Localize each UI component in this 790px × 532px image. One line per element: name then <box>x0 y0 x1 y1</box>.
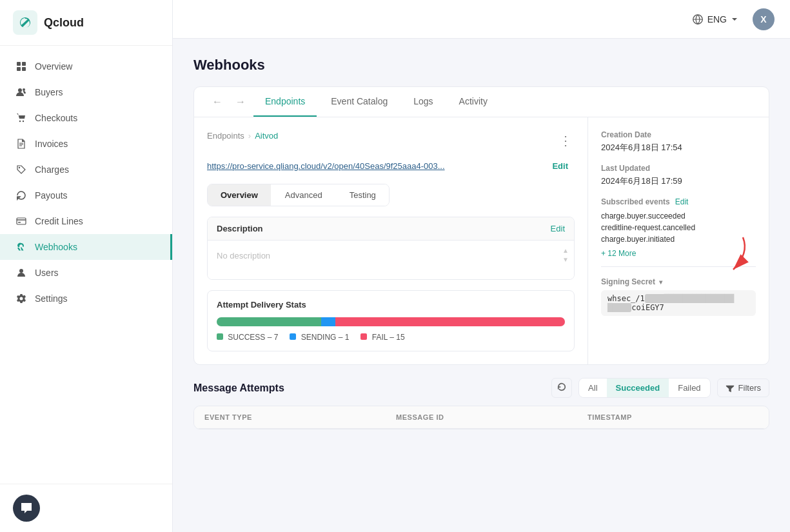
table-header: EVENT TYPE MESSAGE ID TIMESTAMP <box>194 406 769 429</box>
scroll-up-arrow: ▲ <box>562 247 569 254</box>
svg-rect-3 <box>22 67 26 71</box>
signing-secret-dropdown-icon[interactable]: ▾ <box>659 279 662 286</box>
description-section: Description Edit No description ▲ ▼ <box>207 217 575 280</box>
logo-icon <box>13 10 37 35</box>
progress-success <box>217 317 321 326</box>
advanced-filters-button[interactable]: Filters <box>717 379 769 397</box>
filter-succeeded-button[interactable]: Succeeded <box>607 379 669 397</box>
description-title: Description <box>217 224 263 233</box>
sidebar-item-buyers-label: Buyers <box>35 87 63 97</box>
scroll-indicator: ▲ ▼ <box>562 247 569 263</box>
tab-back-button[interactable]: ← <box>207 94 228 110</box>
app-logo: Qcloud <box>0 0 172 46</box>
creation-date-value: 2024年6月18日 17:54 <box>601 142 756 153</box>
sidebar-item-buyers[interactable]: Buyers <box>0 79 172 105</box>
language-selector[interactable]: ENG <box>686 10 745 29</box>
signing-secret-header: Signing Secret ▾ <box>601 277 756 286</box>
sidebar-item-settings[interactable]: Settings <box>0 286 172 311</box>
tab-forward-button[interactable]: → <box>230 94 251 110</box>
more-events-link[interactable]: + 12 More <box>601 249 636 258</box>
signing-secret-label: Signing Secret <box>601 277 655 286</box>
sidebar-item-invoices[interactable]: Invoices <box>0 131 172 157</box>
creation-date-label: Creation Date <box>601 130 756 139</box>
breadcrumb-parent[interactable]: Endpoints <box>207 131 244 141</box>
gear-icon <box>15 293 27 304</box>
sub-tab-overview[interactable]: Overview <box>208 184 271 206</box>
legend-success: SUCCESS – 7 <box>217 333 278 342</box>
language-label: ENG <box>707 14 727 25</box>
webhook-icon <box>15 241 27 253</box>
scroll-down-arrow: ▼ <box>562 256 569 263</box>
progress-bar <box>217 317 565 326</box>
sub-tab-testing[interactable]: Testing <box>337 184 389 206</box>
endpoint-row: https://pro-service.qliang.cloud/v2/open… <box>207 159 575 173</box>
svg-point-8 <box>19 167 20 168</box>
last-updated-row: Last Updated 2024年6月18日 17:59 <box>601 164 756 187</box>
sidebar-item-users-label: Users <box>35 268 59 278</box>
left-panel: Endpoints › Aitvod ⋮ https://pro-service… <box>194 117 588 364</box>
endpoint-url[interactable]: https://pro-service.qliang.cloud/v2/open… <box>207 161 539 171</box>
sidebar-footer <box>0 484 172 532</box>
message-attempts-section: Message Attempts All Succeeded Failed <box>193 378 769 429</box>
signing-secret-container: Signing Secret ▾ whsec_/1███████████████… <box>601 266 756 316</box>
filter-all-button[interactable]: All <box>579 379 606 397</box>
sidebar-item-users[interactable]: Users <box>0 260 172 286</box>
sidebar-item-webhooks-label: Webhooks <box>35 242 77 252</box>
svg-point-6 <box>19 121 21 122</box>
sidebar-nav: Overview Buyers Checkouts <box>0 46 172 484</box>
filter-group: All Succeeded Failed <box>578 378 711 398</box>
webhooks-card: ← → Endpoints Event Catalog Logs Activit… <box>193 86 769 365</box>
attempts-title: Message Attempts <box>193 382 545 394</box>
main-tabs: ← → Endpoints Event Catalog Logs Activit… <box>194 87 769 117</box>
refresh-button[interactable] <box>551 378 572 398</box>
attempts-header: Message Attempts All Succeeded Failed <box>193 378 769 398</box>
sidebar-item-webhooks[interactable]: Webhooks <box>0 234 172 260</box>
sidebar-item-checkouts[interactable]: Checkouts <box>0 105 172 131</box>
app-name: Qcloud <box>44 16 84 30</box>
last-updated-label: Last Updated <box>601 164 756 173</box>
subscribed-edit-button[interactable]: Edit <box>675 197 689 206</box>
more-options-button[interactable]: ⋮ <box>557 130 575 151</box>
tab-logs[interactable]: Logs <box>402 87 444 117</box>
sidebar-item-payouts[interactable]: Payouts <box>0 182 172 208</box>
tab-activity[interactable]: Activity <box>448 87 499 117</box>
col-event-type: EVENT TYPE <box>194 406 386 428</box>
endpoint-edit-button[interactable]: Edit <box>546 159 575 173</box>
svg-rect-10 <box>18 222 21 223</box>
description-body: No description ▲ ▼ <box>208 241 574 279</box>
filter-failed-button[interactable]: Failed <box>669 379 709 397</box>
svg-point-4 <box>18 88 22 92</box>
chat-button[interactable] <box>13 495 40 522</box>
description-edit-button[interactable]: Edit <box>551 224 565 233</box>
svg-rect-2 <box>17 67 21 71</box>
breadcrumb-current: Aitvod <box>255 131 278 141</box>
event-3: charge.buyer.initiated <box>601 235 756 244</box>
divider <box>601 266 756 267</box>
sub-tab-advanced[interactable]: Advanced <box>272 184 335 206</box>
sidebar-item-settings-label: Settings <box>35 293 68 304</box>
sub-tabs: Overview Advanced Testing <box>207 184 390 206</box>
sidebar-item-overview-label: Overview <box>35 61 72 72</box>
event-2: creditline-request.cancelled <box>601 223 756 232</box>
sidebar-item-credit-lines[interactable]: Credit Lines <box>0 208 172 234</box>
sidebar-item-overview[interactable]: Overview <box>0 54 172 79</box>
progress-sending <box>321 317 335 326</box>
tag-icon <box>15 164 27 175</box>
filter-icon <box>726 384 735 393</box>
topbar: ENG X <box>173 0 790 39</box>
tab-endpoints[interactable]: Endpoints <box>253 87 317 117</box>
sidebar-item-invoices-label: Invoices <box>35 139 68 149</box>
chevron-down-icon <box>731 15 738 23</box>
user-avatar[interactable]: X <box>753 8 775 30</box>
refresh-icon <box>557 382 566 391</box>
attempts-table: EVENT TYPE MESSAGE ID TIMESTAMP <box>193 406 769 429</box>
sidebar-item-charges-label: Charges <box>35 164 69 175</box>
event-1: charge.buyer.succeeded <box>601 212 756 221</box>
tab-event-catalog[interactable]: Event Catalog <box>319 87 399 117</box>
fail-dot <box>360 333 367 340</box>
subscribed-events-label: Subscribed events <box>601 197 670 206</box>
col-timestamp: TIMESTAMP <box>577 406 769 428</box>
sidebar-item-charges[interactable]: Charges <box>0 157 172 182</box>
file-icon <box>15 138 27 150</box>
svg-point-11 <box>19 269 23 273</box>
